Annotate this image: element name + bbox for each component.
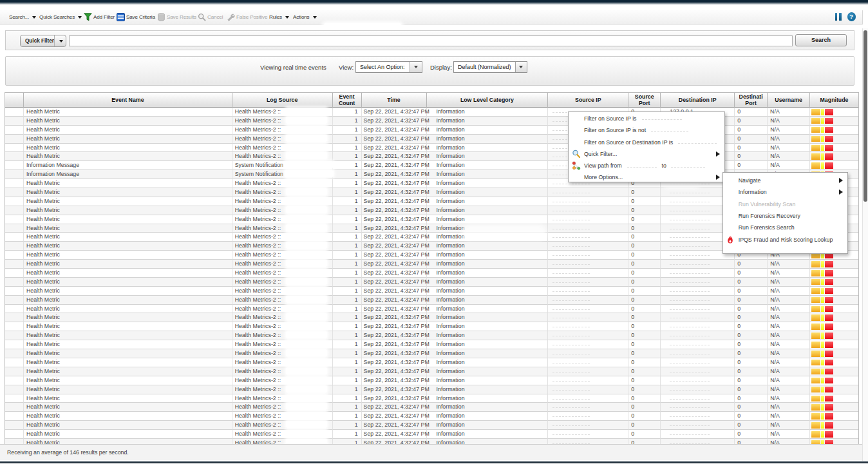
redacted-source-ip <box>552 342 590 345</box>
table-row[interactable]: Health MetricHealth Metrics-2 ::1Sep 22,… <box>5 126 858 135</box>
toolbar-item-quick-searches[interactable]: Quick Searches <box>39 10 82 24</box>
table-row[interactable]: Health MetricHealth Metrics-2 ::1Sep 22,… <box>5 296 858 305</box>
context-menu-item-filter-source-ip-is-not[interactable]: Filter on Source IP is not <box>569 124 724 136</box>
table-row[interactable]: Health MetricHealth Metrics-2 ::1Sep 22,… <box>5 340 858 349</box>
column-header-event-name[interactable]: Event Name <box>24 93 232 108</box>
table-row[interactable]: Health MetricHealth Metrics-2 ::1Sep 22,… <box>5 394 858 403</box>
toolbar-item-save-criteria[interactable]: Save Criteria <box>117 10 155 24</box>
redacted-log-source-host <box>286 296 327 303</box>
table-row[interactable]: Health MetricHealth Metrics-2 ::1Sep 22,… <box>5 269 858 278</box>
display-select[interactable]: Default (Normalized) <box>453 61 527 73</box>
cell-event-name: Health Metric <box>24 251 232 260</box>
cell-low-level-category: Information <box>427 430 549 439</box>
toolbar-item-search[interactable]: Search... <box>9 10 36 24</box>
context-menu-item-quick-filter[interactable]: Quick Filter... <box>569 148 724 160</box>
table-row[interactable]: Health MetricHealth Metrics-2 ::1Sep 22,… <box>5 152 858 161</box>
column-header-destination-ip[interactable]: Destination IP <box>661 93 735 108</box>
column-header-magnitude[interactable]: Magnitude <box>810 93 858 108</box>
redacted-source-ip <box>552 289 590 292</box>
quick-filter-dropdown-arrow[interactable] <box>54 35 66 46</box>
cell-time: Sep 22, 2021, 4:32:47 PM <box>362 322 427 331</box>
toolbar-item-rules[interactable]: Rules <box>269 10 289 24</box>
cell-time: Sep 22, 2021, 4:32:47 PM <box>362 188 427 197</box>
table-row[interactable]: Health MetricHealth Metrics-2 ::1Sep 22,… <box>5 260 858 269</box>
table-row[interactable]: Health MetricHealth Metrics-2 ::1Sep 22,… <box>5 144 858 153</box>
window-bottom-strip <box>0 461 868 463</box>
submenu-item-run-forensics-recovery[interactable]: Run Forensics Recovery <box>723 210 847 222</box>
cell-destination-port: 0 <box>735 421 768 430</box>
cell-destination-port: 0 <box>735 376 768 385</box>
column-header-row-handle[interactable] <box>5 93 24 108</box>
table-row[interactable]: Health MetricHealth Metrics-2 ::1Sep 22,… <box>5 439 858 444</box>
cell-row-handle <box>5 385 24 394</box>
redacted-destination-ip <box>670 351 710 354</box>
display-select-arrow[interactable] <box>515 62 527 72</box>
table-row[interactable]: Health MetricHealth Metrics-2 ::1Sep 22,… <box>5 430 858 439</box>
table-row[interactable]: Health MetricHealth Metrics-2 ::1Sep 22,… <box>5 376 858 385</box>
quick-filter-input[interactable] <box>69 35 793 46</box>
table-row[interactable]: Health MetricHealth Metrics-2 ::1Sep 22,… <box>5 403 858 412</box>
submenu-item-navigate[interactable]: Navigate <box>723 175 847 186</box>
view-select[interactable]: Select An Option: <box>355 61 422 73</box>
table-row[interactable]: Health MetricHealth Metrics-2 ::1Sep 22,… <box>5 117 858 126</box>
cell-event-count: 1 <box>333 358 362 367</box>
context-menu-item-filter-source-or-destination-ip-is[interactable]: Filter on Source or Destination IP is <box>569 136 724 148</box>
magnitude-bar <box>811 136 833 142</box>
column-header-low-level-category[interactable]: Low Level Category <box>427 93 549 108</box>
quick-filter-dropdown[interactable]: Quick Filter <box>20 35 66 47</box>
help-icon[interactable]: ? <box>847 12 856 21</box>
search-button[interactable]: Search <box>795 34 847 46</box>
redacted-log-source-host <box>286 242 327 249</box>
column-header-log-source[interactable]: Log Source <box>232 93 333 108</box>
view-select-arrow[interactable] <box>410 62 422 72</box>
table-row[interactable]: Health MetricHealth Metrics-2 ::1Sep 22,… <box>5 367 858 376</box>
cell-username: N/A <box>768 340 810 349</box>
table-row[interactable]: Health MetricHealth Metrics-2 ::1Sep 22,… <box>5 135 858 144</box>
context-menu-item-more-options[interactable]: More Options... <box>569 171 724 183</box>
submenu-arrow-icon <box>716 175 720 180</box>
cell-time: Sep 22, 2021, 4:32:47 PM <box>362 376 427 385</box>
redacted-destination-ip <box>670 333 710 336</box>
column-header-event-count[interactable]: EventCount <box>333 93 362 108</box>
table-row[interactable]: Health MetricHealth Metrics-2 ::1Sep 22,… <box>5 322 858 331</box>
table-row[interactable]: Health MetricHealth Metrics-2 ::1Sep 22,… <box>5 412 858 421</box>
table-row[interactable]: Health MetricHealth Metrics-2 ::1Sep 22,… <box>5 331 858 340</box>
table-row[interactable]: Health MetricHealth Metrics-2 ::1Sep 22,… <box>5 305 858 314</box>
table-row[interactable]: Health MetricHealth Metrics-2 ::1Sep 22,… <box>5 278 858 287</box>
table-row[interactable]: Health MetricHealth Metrics-2 ::1Sep 22,… <box>5 313 858 322</box>
cell-source-port: 0 <box>628 206 661 215</box>
cell-event-count: 1 <box>333 233 362 242</box>
submenu-item-run-forensics-search[interactable]: Run Forensics Search <box>723 222 847 233</box>
cell-log-source: Health Metrics-2 :: <box>232 322 333 331</box>
column-header-destination-port[interactable]: DestinatiPort <box>735 93 768 108</box>
table-row[interactable]: Health MetricHealth Metrics-2 ::1Sep 22,… <box>5 421 858 430</box>
column-header-source-port[interactable]: SourcePort <box>628 93 661 108</box>
cell-row-handle <box>5 233 24 242</box>
toolbar-item-add-filter[interactable]: Add Filter <box>84 10 115 24</box>
column-header-time[interactable]: Time <box>362 93 427 108</box>
submenu-item-ipqs-fraud-lookup[interactable]: IPQS Fraud and Risk Scoring Lookup <box>723 234 847 246</box>
cell-event-count: 1 <box>333 170 362 179</box>
table-row[interactable]: Information MessageSystem Notification1S… <box>5 161 858 170</box>
cell-log-source: Health Metrics-2 :: <box>232 179 333 188</box>
cell-destination-ip <box>661 322 735 331</box>
table-row[interactable]: Health MetricHealth Metrics-2 ::1Sep 22,… <box>5 349 858 358</box>
toolbar-item-actions[interactable]: Actions <box>293 10 317 24</box>
vertical-scrollbar-thumb[interactable] <box>863 30 868 202</box>
cell-event-count: 1 <box>333 242 362 251</box>
column-header-username[interactable]: Username <box>768 93 810 108</box>
table-row[interactable]: Health MetricHealth Metrics-2 ::1Sep 22,… <box>5 358 858 367</box>
table-row[interactable]: Health MetricHealth Metrics-2 ::1Sep 22,… <box>5 287 858 296</box>
column-header-source-ip[interactable]: Source IP <box>548 93 628 108</box>
submenu-item-information[interactable]: Information <box>723 186 847 198</box>
log-source-text: System Notification <box>235 162 283 168</box>
cell-source-port: 0 <box>628 430 661 439</box>
cell-time: Sep 22, 2021, 4:32:47 PM <box>362 161 427 170</box>
redacted-ip-value <box>627 164 657 168</box>
pause-icon[interactable] <box>835 13 842 21</box>
context-menu-item-view-path[interactable]: View path fromto <box>569 160 724 171</box>
context-menu-item-filter-source-ip-is[interactable]: Filter on Source IP is <box>569 113 724 124</box>
table-row[interactable]: Health MetricHealth Metrics-2 ::1Sep 22,… <box>5 385 858 394</box>
table-row[interactable]: Health MetricHealth Metrics-2 ::1Sep 22,… <box>5 108 858 117</box>
magnifier-color-icon <box>572 150 581 159</box>
